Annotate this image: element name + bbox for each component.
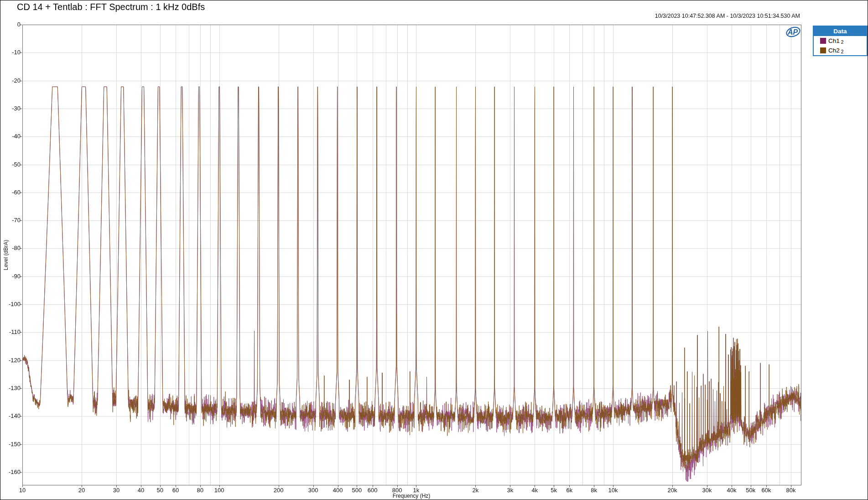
x-tick-label: 20 xyxy=(78,487,85,494)
y-tick-label: -160 xyxy=(0,469,21,475)
y-tick-label: -140 xyxy=(0,412,21,419)
y-tick-label: -60 xyxy=(0,189,21,196)
x-tick-label: 80k xyxy=(786,487,795,494)
spectrum-plot-canvas[interactable] xyxy=(0,0,868,500)
x-tick-label: 200 xyxy=(274,487,284,494)
x-tick-label: 800 xyxy=(392,487,402,494)
legend-item-label: Ch2 xyxy=(828,47,840,54)
x-tick-label: 100 xyxy=(214,487,224,494)
legend-header: Data xyxy=(814,26,867,36)
y-tick-label: -100 xyxy=(0,301,21,307)
ap-logo-icon: AP xyxy=(784,26,802,39)
y-tick-label: -120 xyxy=(0,357,21,364)
y-tick-label: -10 xyxy=(0,49,21,56)
x-tick-label: 40 xyxy=(138,487,144,494)
x-tick-label: 300 xyxy=(308,487,318,494)
y-tick-label: -20 xyxy=(0,77,21,84)
y-tick-label: -150 xyxy=(0,441,21,448)
x-tick-label: 8k xyxy=(591,487,597,494)
x-tick-label: 3k xyxy=(507,487,513,494)
y-tick-label: -50 xyxy=(0,161,21,168)
x-tick-label: 1k xyxy=(413,487,420,494)
x-tick-label: 20k xyxy=(668,487,677,494)
x-tick-label: 40k xyxy=(727,487,736,494)
x-tick-label: 5k xyxy=(551,487,557,494)
x-tick-label: 2k xyxy=(472,487,478,494)
x-tick-label: 50 xyxy=(157,487,163,494)
x-tick-label: 400 xyxy=(333,487,343,494)
svg-text:AP: AP xyxy=(787,28,798,36)
x-tick-label: 80 xyxy=(197,487,203,494)
y-tick-label: 0 xyxy=(0,21,21,28)
legend-item-label: Ch1 xyxy=(828,37,840,44)
y-tick-label: -130 xyxy=(0,385,21,391)
x-tick-label: 10 xyxy=(19,487,26,494)
y-tick-label: -40 xyxy=(0,133,21,140)
y-tick-label: -80 xyxy=(0,245,21,251)
x-tick-label: 600 xyxy=(368,487,378,494)
x-tick-label: 4k xyxy=(531,487,538,494)
x-axis-title: Frequency (Hz) xyxy=(393,493,431,499)
x-tick-label: 60k xyxy=(761,487,771,494)
legend-item-ch2[interactable]: Ch22 xyxy=(814,46,867,55)
measurement-timestamp: 10/3/2023 10:47:52.308 AM - 10/3/2023 10… xyxy=(655,13,800,19)
x-tick-label: 6k xyxy=(566,487,572,494)
legend-panel[interactable]: Data Ch12Ch22 xyxy=(813,26,868,56)
legend-item-subscript: 2 xyxy=(841,40,844,45)
y-tick-label: -90 xyxy=(0,273,21,280)
y-tick-label: -70 xyxy=(0,217,21,224)
app-window: CD 14 + Tentlab : FFT Spectrum : 1 kHz 0… xyxy=(0,0,868,500)
y-tick-label: -110 xyxy=(0,328,21,335)
x-tick-label: 30 xyxy=(113,487,120,494)
x-tick-label: 500 xyxy=(352,487,362,494)
x-tick-label: 60 xyxy=(172,487,179,494)
legend-swatch-icon xyxy=(820,47,826,53)
legend-item-subscript: 2 xyxy=(841,49,844,54)
legend-item-ch1[interactable]: Ch12 xyxy=(814,36,867,46)
x-tick-label: 50k xyxy=(746,487,755,494)
legend-swatch-icon xyxy=(820,38,826,44)
x-tick-label: 10k xyxy=(608,487,618,494)
page-title: CD 14 + Tentlab : FFT Spectrum : 1 kHz 0… xyxy=(17,2,205,12)
x-tick-label: 30k xyxy=(702,487,712,494)
y-tick-label: -30 xyxy=(0,105,21,112)
